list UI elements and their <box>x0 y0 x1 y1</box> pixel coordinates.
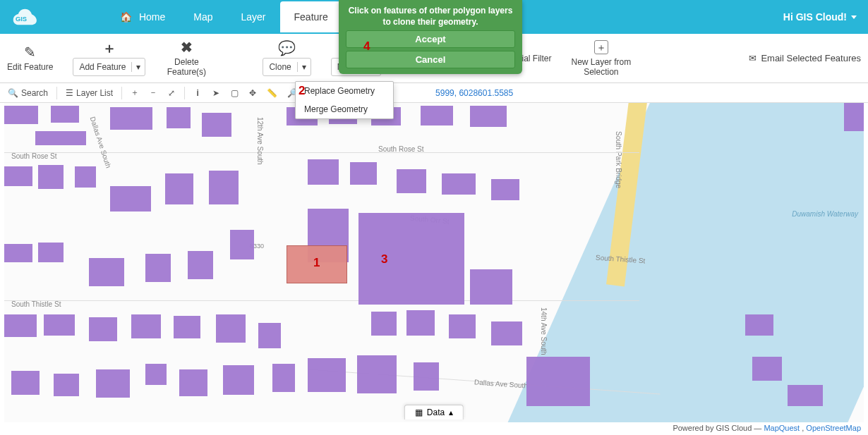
select-box-icon: ▢ <box>231 88 239 98</box>
info-button[interactable]: i <box>190 85 205 101</box>
nav-map[interactable]: Map <box>179 1 227 32</box>
selected-feature[interactable] <box>287 245 347 283</box>
map-toolstrip: 🔍 Search ☰ Layer List ＋ － ⤢ i ➤ ▢ ✥ 📏 🔎 … <box>0 83 868 103</box>
search-label: Search <box>21 88 48 98</box>
powered-by: Powered by GIS Cloud — <box>673 424 764 432</box>
road-label: 14th Ave South <box>540 307 548 355</box>
measure-button[interactable]: 📏 <box>263 85 281 101</box>
merge-dropdown: Replace Geometry Merge Geometry <box>295 81 394 119</box>
clone-button[interactable]: Clone ▾ <box>263 58 311 76</box>
pointer-button[interactable]: ➤ <box>208 85 224 101</box>
app-logo[interactable]: GIS <box>7 5 42 29</box>
plus-icon: ＋ <box>131 87 139 99</box>
select-box-button[interactable]: ▢ <box>227 85 242 101</box>
delete-features-label: Delete Feature(s) <box>167 57 206 77</box>
clone-banner: Click on features of other polygon layer… <box>339 0 522 74</box>
clone-icon: 💬 <box>278 41 296 55</box>
data-panel-toggle[interactable]: ▦ Data ▴ <box>404 405 464 419</box>
nav-home-label: Home <box>139 11 165 23</box>
delete-features-button[interactable]: ✖ Delete Feature(s) <box>165 40 207 77</box>
mail-icon: ✉ <box>749 53 757 63</box>
greeting-text: Hi GIS Cloud! <box>783 11 847 23</box>
accept-label: Accept <box>415 34 445 44</box>
mapquest-link[interactable]: MapQuest <box>764 424 800 432</box>
home-extent-icon: ⤢ <box>168 88 175 98</box>
pan-button[interactable]: ✥ <box>245 85 260 101</box>
attribution: Powered by GIS Cloud — MapQuest , OpenSt… <box>673 424 861 432</box>
chevron-down-icon <box>851 16 857 19</box>
edit-feature-label: Edit Feature <box>7 62 53 72</box>
ruler-icon: 📏 <box>267 88 277 98</box>
road-label: Dallas Ave South <box>474 378 529 389</box>
map-canvas[interactable]: Duwamish Waterway South Park Bridge Dall… <box>4 103 864 422</box>
cancel-button[interactable]: Cancel <box>346 51 515 68</box>
add-feature-button[interactable]: Add Feature ▾ <box>73 58 145 76</box>
email-selected-label: Email Selected Features <box>761 53 861 63</box>
road-label: Dallas Ave South <box>89 116 113 169</box>
new-layer-label: New Layer from Selection <box>572 57 632 77</box>
road-label: South Thistle St <box>11 300 61 308</box>
search-icon: 🔍 <box>8 88 18 98</box>
pointer-icon: ➤ <box>212 88 219 98</box>
plus-icon: ＋ <box>102 41 116 55</box>
layer-list-label: Layer List <box>76 88 113 98</box>
chevron-down-icon[interactable]: ▾ <box>131 62 145 72</box>
grid-icon: ▦ <box>415 408 423 417</box>
add-feature-label: Add Feature <box>73 62 131 72</box>
chevron-up-icon: ▴ <box>449 408 453 417</box>
nav-layer[interactable]: Layer <box>227 1 279 32</box>
search-button[interactable]: 🔍 Search <box>4 85 52 101</box>
bridge-label: South Park Bridge <box>615 131 622 188</box>
user-menu[interactable]: Hi GIS Cloud! <box>783 11 861 23</box>
home-icon: 🏠 <box>120 11 132 23</box>
data-label: Data <box>427 408 445 417</box>
osm-link[interactable]: OpenStreetMap <box>806 424 861 432</box>
new-layer-button[interactable]: ＋ New Layer from Selection <box>572 40 632 77</box>
close-icon: ✖ <box>181 40 193 54</box>
zoom-out-button[interactable]: － <box>145 85 161 101</box>
clone-group: 💬 Clone ▾ <box>263 41 311 76</box>
layer-list-button[interactable]: ☰ Layer List <box>62 85 116 101</box>
plus-square-icon: ＋ <box>594 40 608 54</box>
replace-geometry-item[interactable]: Replace Geometry <box>296 82 393 100</box>
chevron-down-icon[interactable]: ▾ <box>297 62 311 72</box>
accept-button[interactable]: Accept <box>346 30 515 48</box>
nav-home[interactable]: 🏠 Home <box>106 1 179 32</box>
clone-hint: Click on features of other polygon layer… <box>346 6 515 27</box>
email-selected-button[interactable]: ✉ Email Selected Features <box>749 53 861 63</box>
list-icon: ☰ <box>66 88 73 98</box>
road-label: South Rose St <box>378 145 423 153</box>
water-label: Duwamish Waterway <box>792 210 858 218</box>
road-label: 12th Ave South <box>256 117 264 165</box>
svg-text:GIS: GIS <box>16 16 27 23</box>
minus-icon: － <box>149 87 157 99</box>
merge-geometry-item[interactable]: Merge Geometry <box>296 100 393 118</box>
coord-readout: 5999, 6028601.5585 <box>435 88 513 98</box>
road-label: South Rose St <box>11 152 56 160</box>
zoom-in-button[interactable]: ＋ <box>127 85 143 101</box>
full-extent-button[interactable]: ⤢ <box>164 85 179 101</box>
move-icon: ✥ <box>249 88 256 98</box>
add-feature-group: ＋ Add Feature ▾ <box>73 41 145 76</box>
info-icon: i <box>196 88 198 98</box>
nav-feature[interactable]: Feature <box>280 1 342 32</box>
clone-label: Clone <box>263 62 296 72</box>
edit-feature-button[interactable]: ✎ Edit Feature <box>7 45 53 72</box>
pencil-icon: ✎ <box>24 45 36 59</box>
